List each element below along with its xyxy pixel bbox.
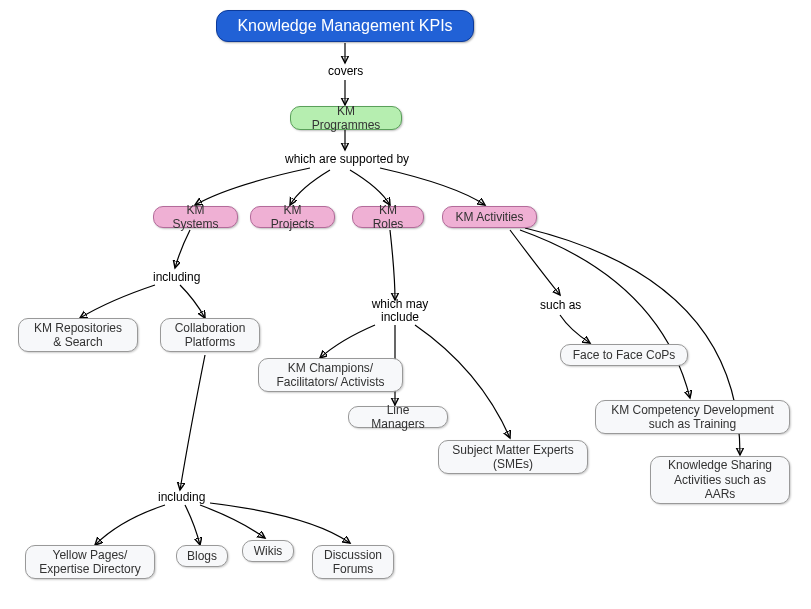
- node-km-programmes: KM Programmes: [290, 106, 402, 130]
- node-smes: Subject Matter Experts (SMEs): [438, 440, 588, 474]
- node-sharing: Knowledge Sharing Activities such as AAR…: [650, 456, 790, 504]
- edge-label-supported: which are supported by: [285, 152, 409, 166]
- edge-label-covers: covers: [328, 64, 363, 78]
- title-node: Knowledge Management KPIs: [216, 10, 474, 42]
- node-yellowpages: Yellow Pages/ Expertise Directory: [25, 545, 155, 579]
- node-champions: KM Champions/ Facilitators/ Activists: [258, 358, 403, 392]
- node-blogs: Blogs: [176, 545, 228, 567]
- node-forums: Discussion Forums: [312, 545, 394, 579]
- node-cops: Face to Face CoPs: [560, 344, 688, 366]
- node-line-managers: Line Managers: [348, 406, 448, 428]
- node-repositories: KM Repositories & Search: [18, 318, 138, 352]
- edge-label-including-systems: including: [153, 270, 200, 284]
- node-km-systems: KM Systems: [153, 206, 238, 228]
- node-km-roles: KM Roles: [352, 206, 424, 228]
- edge-label-including-collab: including: [158, 490, 205, 504]
- node-training: KM Competency Development such as Traini…: [595, 400, 790, 434]
- node-wikis: Wikis: [242, 540, 294, 562]
- edge-label-suchas: such as: [540, 298, 581, 312]
- node-km-activities: KM Activities: [442, 206, 537, 228]
- edge-label-mayinclude: which may include: [365, 298, 435, 324]
- node-km-projects: KM Projects: [250, 206, 335, 228]
- node-collaboration: Collaboration Platforms: [160, 318, 260, 352]
